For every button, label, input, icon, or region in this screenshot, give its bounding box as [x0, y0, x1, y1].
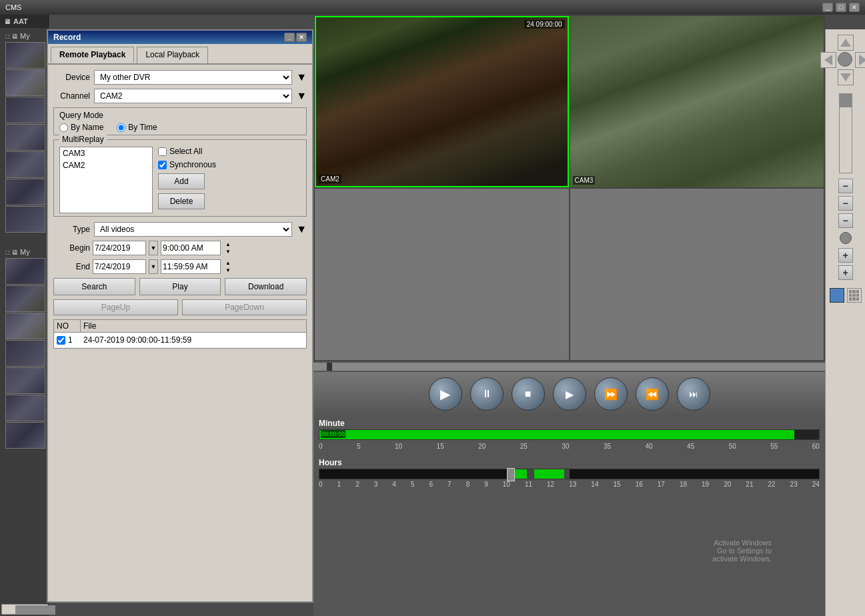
end-time-input[interactable] — [161, 259, 221, 274]
sidebar-cam-12[interactable] — [5, 367, 45, 394]
sidebar-cam-11[interactable] — [5, 340, 45, 367]
cam-list-item-2[interactable]: CAM2 — [60, 159, 152, 171]
hour-20: 20 — [724, 481, 731, 488]
pageup-button[interactable]: PageUp — [53, 299, 178, 315]
begin-label: Begin — [53, 243, 90, 253]
type-select[interactable]: All videos — [94, 222, 292, 237]
nav-up-btn[interactable] — [838, 35, 854, 51]
select-all-row[interactable]: Select All — [158, 147, 216, 156]
radio-by-time[interactable]: By Time — [117, 123, 157, 132]
hour-6: 6 — [429, 481, 433, 488]
sidebar-cam-5[interactable] — [5, 151, 45, 178]
nav-down-btn[interactable] — [838, 69, 854, 85]
sidebar-cam-9[interactable] — [5, 285, 45, 312]
sidebar-cam-3[interactable] — [5, 97, 45, 123]
sidebar-cam-6[interactable] — [5, 179, 45, 205]
select-all-checkbox[interactable] — [158, 147, 167, 156]
sidebar-scrollbar-thumb — [15, 605, 55, 615]
row-1-checkbox[interactable] — [57, 336, 65, 345]
pause-ctrl-btn[interactable]: ⏸ — [470, 377, 504, 411]
hour-3: 3 — [374, 481, 378, 488]
begin-time-up[interactable]: ▲ — [223, 241, 233, 248]
hour-19: 19 — [702, 481, 709, 488]
zoom-minus-1[interactable]: − — [838, 179, 853, 193]
cam-list-item-1[interactable]: CAM3 — [60, 147, 152, 159]
monitor-icon-2: 🖥 — [11, 249, 18, 256]
begin-date-input[interactable] — [93, 241, 146, 255]
close-btn[interactable]: ✕ — [849, 3, 860, 12]
add-button[interactable]: Add — [158, 173, 205, 189]
end-label: End — [53, 262, 90, 271]
hours-bar[interactable] — [319, 469, 820, 479]
fast-forward-btn[interactable]: ⏩ — [594, 377, 628, 411]
channel-select[interactable]: CAM2 — [94, 89, 292, 103]
begin-time-down[interactable]: ▼ — [223, 248, 233, 255]
zoom-plus-1[interactable]: + — [838, 248, 853, 263]
dialog-close-btn[interactable]: ✕ — [296, 33, 307, 42]
sidebar-cam-14[interactable] — [5, 422, 45, 449]
end-time-down[interactable]: ▼ — [223, 267, 233, 274]
video-cell-cam2[interactable]: 24 09:00:00 CAM2 — [315, 16, 569, 187]
sidebar-cam-1[interactable] — [5, 42, 45, 69]
tree-item-2[interactable]: □ 🖥 My — [3, 247, 47, 257]
end-date-input[interactable] — [93, 259, 146, 274]
sidebar-cam-2[interactable] — [5, 69, 45, 96]
tab-remote-playback[interactable]: Remote Playback — [51, 47, 134, 63]
download-button[interactable]: Download — [225, 278, 307, 295]
maximize-btn[interactable]: □ — [836, 3, 846, 12]
radio-by-name-input[interactable] — [59, 123, 68, 132]
delete-button[interactable]: Delete — [158, 193, 205, 209]
layout-single-btn[interactable] — [830, 288, 844, 303]
tree-item-1[interactable]: □ 🖥 My — [3, 31, 47, 41]
skip-end-btn[interactable]: ⏭ — [677, 377, 710, 411]
end-time-up[interactable]: ▲ — [223, 259, 233, 267]
play-button[interactable]: Play — [139, 278, 221, 295]
dialog-minimize-btn[interactable]: _ — [284, 33, 295, 42]
sidebar-cam-8[interactable] — [5, 258, 45, 285]
minute-bar[interactable]: 09:00:00 — [319, 429, 820, 440]
playback-position — [327, 363, 332, 371]
layout-cell-5 — [852, 294, 856, 297]
minimize-btn[interactable]: _ — [822, 3, 833, 12]
video-cell-cam3[interactable]: CAM3 — [570, 16, 824, 187]
sidebar-cam-13[interactable] — [5, 395, 45, 421]
begin-date-dropdown[interactable]: ▼ — [149, 241, 158, 255]
sidebar-cam-10[interactable] — [5, 313, 45, 339]
playback-bar[interactable] — [313, 363, 825, 371]
nav-right-btn[interactable] — [855, 52, 866, 68]
nav-left-btn[interactable] — [820, 52, 836, 68]
col-file-header: File — [81, 320, 306, 332]
sidebar-cam-7[interactable] — [5, 206, 45, 233]
tick-40: 40 — [646, 443, 653, 450]
radio-by-time-input[interactable] — [117, 123, 125, 132]
layout-grid-btn[interactable] — [847, 288, 862, 303]
zoom-minus-2[interactable]: − — [838, 196, 853, 211]
device-dropdown-icon[interactable]: ▼ — [296, 71, 307, 83]
tab-local-playback[interactable]: Local Playback — [137, 47, 208, 63]
next-frame-btn[interactable]: ▶ — [553, 377, 586, 411]
stop-ctrl-btn[interactable]: ■ — [512, 377, 545, 411]
device-select[interactable]: My other DVR — [94, 70, 292, 85]
synchronous-row[interactable]: Synchronous — [158, 160, 216, 169]
radio-by-name[interactable]: By Name — [59, 123, 103, 132]
pagedown-button[interactable]: PageDown — [182, 299, 307, 315]
end-date-dropdown[interactable]: ▼ — [149, 259, 158, 274]
type-dropdown-icon[interactable]: ▼ — [296, 223, 307, 235]
video-cell-empty3[interactable] — [315, 189, 569, 360]
layout-cell-1 — [849, 290, 852, 293]
right-scrollbar[interactable] — [839, 93, 852, 173]
sidebar-scrollbar[interactable] — [1, 604, 48, 615]
synchronous-checkbox[interactable] — [158, 161, 167, 169]
table-row[interactable]: 1 24-07-2019 09:00:00-11:59:59 — [54, 333, 306, 348]
cam-list[interactable]: CAM3 CAM2 — [59, 147, 153, 213]
sidebar-cam-4[interactable] — [5, 124, 45, 151]
search-button[interactable]: Search — [53, 278, 135, 295]
zoom-minus-3[interactable]: − — [838, 213, 853, 228]
zoom-plus-2[interactable]: + — [838, 265, 853, 280]
time-display: 09:00:00 — [321, 430, 345, 438]
video-cell-empty4[interactable] — [570, 189, 824, 360]
channel-dropdown-icon[interactable]: ▼ — [296, 90, 307, 102]
rewind-btn[interactable]: ⏪ — [636, 377, 669, 411]
begin-time-input[interactable] — [161, 241, 221, 255]
play-ctrl-btn[interactable]: ▶ — [429, 377, 462, 411]
